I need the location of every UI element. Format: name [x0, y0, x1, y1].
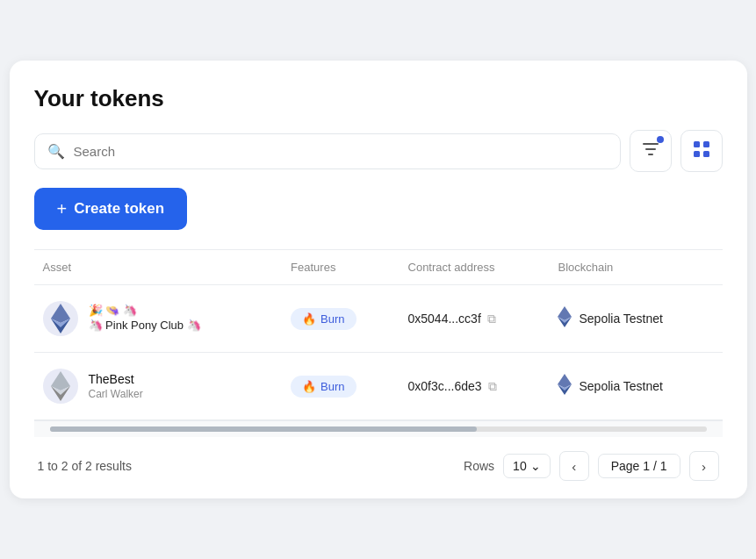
svg-rect-0: [643, 143, 659, 145]
search-input[interactable]: [74, 144, 608, 159]
col-blockchain: Blockchain: [549, 250, 722, 285]
page-title: Your tokens: [34, 85, 723, 112]
asset-cell: 🎉 👒 🦄 🦄 Pink Pony Club 🦄: [34, 285, 283, 353]
main-card: Your tokens 🔍: [10, 61, 747, 498]
pagination: Rows 10 ⌄ ‹ Page 1 / 1 ›: [464, 451, 718, 481]
contract-address: 0x0f3c...6de3: [408, 379, 482, 393]
burn-badge: 🔥 Burn: [291, 376, 356, 398]
footer: 1 to 2 of 2 results Rows 10 ⌄ ‹ Page 1 /…: [34, 437, 723, 498]
burn-icon: 🔥: [302, 312, 316, 326]
grid-view-button[interactable]: [680, 130, 723, 172]
avatar: [43, 369, 78, 404]
avatar: [43, 301, 78, 336]
svg-rect-3: [694, 141, 700, 147]
table-row: TheBest Carl Walker 🔥 Burn 0x0: [34, 353, 723, 420]
eth-logo-icon: [558, 374, 572, 399]
page-info: Page 1 / 1: [598, 454, 680, 478]
table-header-row: Asset Features Contract address Blockcha…: [34, 250, 723, 285]
svg-rect-6: [703, 151, 709, 157]
asset-emoji-bottom: 🦄 Pink Pony Club 🦄: [89, 319, 201, 333]
results-text: 1 to 2 of 2 results: [38, 459, 132, 473]
plus-icon: +: [57, 200, 68, 218]
contract-cell: 0x0f3c...6de3 ⧉: [400, 353, 550, 420]
contract-address: 0x5044...cc3f: [408, 312, 481, 326]
blockchain-name: Sepolia Testnet: [579, 379, 662, 393]
eth-logo-icon: [558, 306, 572, 332]
asset-sub: Carl Walker: [89, 388, 143, 400]
svg-rect-5: [694, 151, 700, 157]
search-icon: 🔍: [47, 143, 65, 160]
table-wrap: Asset Features Contract address Blockcha…: [34, 249, 723, 420]
scrollbar-track: [50, 426, 707, 432]
tokens-table: Asset Features Contract address Blockcha…: [34, 250, 723, 420]
svg-rect-1: [645, 148, 656, 150]
next-page-button[interactable]: ›: [689, 451, 719, 481]
rows-select[interactable]: 10 ⌄: [503, 454, 551, 478]
rows-label: Rows: [464, 459, 494, 473]
prev-page-button[interactable]: ‹: [559, 451, 589, 481]
scrollbar-thumb[interactable]: [50, 426, 477, 432]
feature-cell: 🔥 Burn: [282, 285, 399, 353]
filter-button[interactable]: [630, 130, 672, 172]
burn-label: Burn: [320, 312, 344, 326]
chevron-down-icon: ⌄: [530, 459, 541, 473]
copy-icon[interactable]: ⧉: [488, 379, 497, 394]
grid-icon: [694, 141, 709, 161]
burn-label: Burn: [320, 380, 344, 393]
blockchain-name: Sepolia Testnet: [579, 312, 662, 326]
feature-cell: 🔥 Burn: [282, 353, 399, 420]
filter-dot: [657, 136, 664, 143]
contract-cell: 0x5044...cc3f ⧉: [400, 285, 550, 353]
blockchain-cell: Sepolia Testnet: [549, 353, 722, 420]
horizontal-scrollbar[interactable]: [34, 420, 723, 437]
rows-value: 10: [513, 459, 527, 473]
col-contract: Contract address: [400, 250, 550, 285]
filter-icon: [643, 142, 659, 160]
asset-name: TheBest: [89, 372, 143, 386]
asset-emoji-top: 🎉 👒 🦄: [89, 304, 201, 319]
search-box[interactable]: 🔍: [34, 133, 621, 169]
burn-icon: 🔥: [302, 380, 316, 393]
svg-rect-2: [648, 154, 653, 155]
burn-badge: 🔥 Burn: [291, 308, 356, 330]
asset-cell: TheBest Carl Walker: [34, 353, 283, 420]
col-features: Features: [282, 250, 399, 285]
copy-icon[interactable]: ⧉: [487, 312, 496, 326]
table-row: 🎉 👒 🦄 🦄 Pink Pony Club 🦄 🔥 Burn: [34, 285, 723, 353]
create-token-button[interactable]: + Create token: [34, 188, 188, 230]
svg-rect-4: [703, 141, 709, 147]
create-token-label: Create token: [74, 200, 164, 218]
toolbar: 🔍: [34, 130, 723, 172]
col-asset: Asset: [34, 250, 283, 285]
blockchain-cell: Sepolia Testnet: [549, 285, 722, 353]
